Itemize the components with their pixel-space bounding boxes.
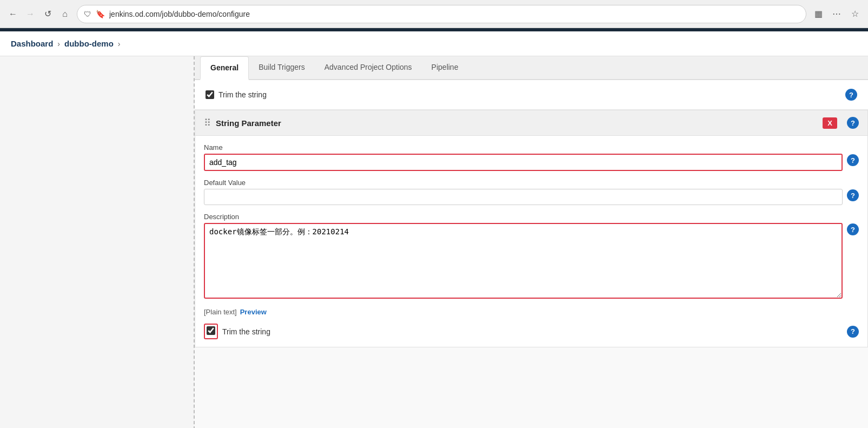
trim-string-top-section: Trim the string ? [195,80,868,110]
default-value-help-icon[interactable]: ? [847,189,859,201]
more-button[interactable]: ⋯ [829,6,844,22]
trim-string-top-label: Trim the string [218,90,267,99]
param-delete-button[interactable]: X [823,117,837,129]
preview-row: [Plain text] Preview [204,308,859,316]
trim-string-bottom-checkbox[interactable] [207,326,215,335]
description-textarea[interactable]: docker镜像标签一部分。例：20210214 [204,223,843,299]
trim-string-top-checkbox[interactable] [206,90,214,99]
name-field-row: Name ? [204,143,859,171]
param-title: String Parameter [216,118,281,128]
trim-string-top-help-icon[interactable]: ? [845,89,857,101]
name-input-wrap [204,154,843,171]
breadcrumb-dashboard[interactable]: Dashboard [11,39,53,48]
content-area: General Build Triggers Advanced Project … [195,56,868,428]
param-header: ⠿ String Parameter X ? [195,110,867,136]
description-field-inner: Description docker镜像标签一部分。例：20210214 [204,213,843,300]
trim-string-bottom-label: Trim the string [222,327,270,336]
tabs-bar: General Build Triggers Advanced Project … [195,56,868,80]
trim-string-bottom-row: Trim the string ? [204,324,859,339]
back-button[interactable]: ← [5,6,21,22]
description-help-icon[interactable]: ? [847,223,859,235]
tab-pipeline[interactable]: Pipeline [422,56,468,80]
drag-handle-icon[interactable]: ⠿ [204,117,211,129]
sidebar [0,56,195,428]
default-value-field-inner: Default Value [204,179,843,205]
preview-link[interactable]: Preview [240,308,267,316]
home-button[interactable]: ⌂ [57,6,72,22]
main-layout: General Build Triggers Advanced Project … [0,56,868,428]
description-field-row: Description docker镜像标签一部分。例：20210214 ? [204,213,859,300]
url-input[interactable] [109,10,799,18]
plain-text-label: [Plain text] [204,308,237,316]
name-input[interactable] [205,155,842,170]
forward-button[interactable]: → [23,6,38,22]
shield-icon: 🛡 [84,10,91,18]
default-value-label: Default Value [204,179,843,187]
breadcrumb-sep1: › [57,39,60,48]
trim-string-bottom-checkbox-wrap [204,324,218,339]
refresh-button[interactable]: ↺ [40,6,55,22]
breadcrumb-project[interactable]: dubbo-demo [64,39,114,48]
name-field-inner: Name [204,143,843,171]
general-panel: Trim the string ? ⠿ String Parameter X ?… [195,80,868,347]
param-help-icon[interactable]: ? [847,117,859,129]
nav-buttons: ← → ↺ ⌂ [5,6,72,22]
qr-button[interactable]: ▦ [811,6,826,22]
default-value-input[interactable] [204,189,843,205]
tab-advanced-project-options[interactable]: Advanced Project Options [315,56,422,80]
description-label: Description [204,213,843,221]
browser-chrome: ← → ↺ ⌂ 🛡 🔖 ▦ ⋯ ☆ [0,0,868,28]
default-value-field-row: Default Value ? [204,179,859,205]
favicon-icon: 🔖 [96,10,105,18]
breadcrumb-sep2: › [118,39,121,48]
star-button[interactable]: ☆ [847,6,863,22]
trim-string-bottom-help-icon[interactable]: ? [847,326,859,338]
trim-string-top-checkbox-wrap: Trim the string [206,90,267,99]
address-bar: 🛡 🔖 [77,5,806,23]
browser-actions: ▦ ⋯ ☆ [811,6,863,22]
name-help-icon[interactable]: ? [847,154,859,166]
param-body: Name ? Default Value ? [195,136,867,347]
name-label: Name [204,143,843,152]
breadcrumb: Dashboard › dubbo-demo › [0,31,868,56]
tab-general[interactable]: General [200,56,249,80]
string-parameter-block: ⠿ String Parameter X ? Name ? [195,110,868,347]
tab-build-triggers[interactable]: Build Triggers [249,56,315,80]
